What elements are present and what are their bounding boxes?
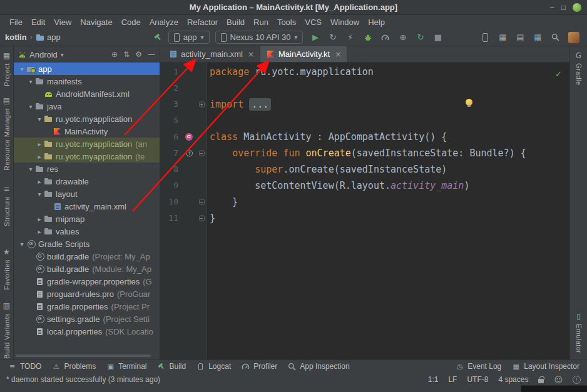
layout-inspector-button[interactable]: ▦ bbox=[533, 33, 543, 42]
fold-minus-icon[interactable]: − bbox=[199, 216, 205, 221]
tree-item-activity-main-xml[interactable]: activity_main.xml bbox=[14, 200, 160, 213]
make-project-button[interactable] bbox=[153, 33, 163, 41]
apply-code-changes-button[interactable]: ⚡ bbox=[345, 33, 355, 42]
close-tab-icon[interactable]: × bbox=[335, 50, 341, 59]
project-horizontal-scrollbar[interactable] bbox=[16, 354, 151, 357]
profile-avatar[interactable] bbox=[568, 32, 579, 43]
status-message[interactable]: * daemon started successfully (3 minutes… bbox=[6, 375, 160, 384]
tree-item-build-gradle-module[interactable]: build.gradle(Module: My_Ap bbox=[14, 263, 160, 275]
tool-window-profiler[interactable]: Profiler bbox=[236, 360, 282, 373]
tool-window-build[interactable]: Build bbox=[152, 360, 191, 373]
code-text[interactable]: class MainActivity : AppCompatActivity()… bbox=[207, 129, 447, 145]
tool-button-gradle[interactable]: GGradle bbox=[575, 51, 583, 85]
menu-edit[interactable]: Edit bbox=[27, 16, 49, 28]
profile-button[interactable] bbox=[380, 34, 390, 41]
menu-analyze[interactable]: Analyze bbox=[145, 16, 183, 28]
caret-position-widget[interactable]: 1:1 bbox=[428, 375, 439, 384]
chevron-down-icon[interactable]: ▾ bbox=[26, 166, 35, 173]
tree-item-gradle-wrapper-properties[interactable]: gradle-wrapper.properties(G bbox=[14, 275, 160, 288]
settings-gear-icon[interactable]: ⚙ bbox=[135, 50, 142, 59]
hide-panel-icon[interactable]: — bbox=[148, 50, 155, 59]
ide-errors-icon[interactable]: ! bbox=[573, 376, 581, 384]
code-text[interactable]: package ru.yotc.myapplication bbox=[207, 64, 374, 80]
code-text[interactable]: override fun onCreate(savedInstanceState… bbox=[207, 145, 526, 161]
chevron-right-icon[interactable]: ▸ bbox=[35, 178, 44, 185]
tool-window-problems[interactable]: ⚠Problems bbox=[46, 360, 101, 373]
breadcrumb-root[interactable]: kotlin bbox=[5, 33, 27, 42]
collapse-all-icon[interactable]: ⇅ bbox=[123, 50, 130, 59]
menu-file[interactable]: File bbox=[5, 16, 27, 28]
tool-button-favorites[interactable]: ★Favorites bbox=[3, 248, 11, 290]
tree-item-java[interactable]: ▾java bbox=[14, 100, 160, 113]
tree-item-build-gradle-project[interactable]: build.gradle(Project: My_Ap bbox=[14, 250, 160, 263]
breadcrumb-module[interactable]: app bbox=[47, 33, 61, 42]
tab-activity-main-xml[interactable]: activity_main.xml× bbox=[163, 46, 260, 62]
tree-item-package-androidtest[interactable]: ▸ru.yotc.myapplication(an bbox=[14, 138, 160, 150]
menu-view[interactable]: View bbox=[49, 16, 76, 28]
window-maximize-button[interactable]: □ bbox=[561, 4, 566, 11]
sdk-manager-button[interactable]: ▦ bbox=[498, 33, 508, 42]
device-file-explorer-button[interactable]: ▤ bbox=[516, 33, 525, 42]
read-only-lock-icon[interactable] bbox=[538, 379, 544, 383]
tool-window-logcat[interactable]: Logcat bbox=[191, 360, 236, 373]
chevron-right-icon[interactable]: ▸ bbox=[35, 216, 44, 223]
tree-item-values[interactable]: ▸values bbox=[14, 225, 160, 238]
search-everywhere-button[interactable] bbox=[551, 33, 560, 41]
encoding-widget[interactable]: UTF-8 bbox=[467, 375, 488, 384]
chevron-down-icon[interactable]: ▾ bbox=[26, 103, 35, 110]
window-close-button[interactable] bbox=[573, 3, 581, 12]
tree-item-gradle-scripts[interactable]: ▾Gradle Scripts bbox=[14, 238, 160, 250]
attach-debugger-button[interactable]: ⊕ bbox=[398, 33, 407, 42]
chevron-right-icon[interactable]: ▸ bbox=[35, 228, 44, 235]
rerun-button[interactable]: ↻ bbox=[416, 33, 425, 42]
chevron-down-icon[interactable]: ▾ bbox=[26, 78, 35, 85]
tool-window-terminal[interactable]: ▣Terminal bbox=[101, 360, 151, 373]
tree-item-layout[interactable]: ▾layout bbox=[14, 188, 160, 200]
tool-button-emulator[interactable]: ▯Emulator bbox=[575, 312, 583, 353]
overriding-method-gutter-icon[interactable]: ↑ bbox=[186, 150, 193, 157]
intention-bulb-icon[interactable] bbox=[466, 99, 472, 106]
chevron-right-icon[interactable]: ▸ bbox=[35, 153, 44, 160]
chevron-down-icon[interactable]: ▾ bbox=[35, 116, 44, 123]
tool-button-structure[interactable]: ≡Structure bbox=[3, 184, 11, 226]
tool-button-resource-manager[interactable]: ▤Resource Manager bbox=[3, 96, 11, 171]
menu-navigate[interactable]: Navigate bbox=[76, 16, 116, 28]
tree-item-drawable[interactable]: ▸drawable bbox=[14, 175, 160, 188]
window-minimize-button[interactable]: – bbox=[550, 4, 554, 11]
code-text[interactable]: super.onCreate(savedInstanceState) bbox=[207, 161, 447, 178]
tree-item-gradle-properties[interactable]: gradle.properties(Project Pr bbox=[14, 300, 160, 313]
tree-item-manifests[interactable]: ▾manifests bbox=[14, 75, 160, 88]
menu-build[interactable]: Build bbox=[222, 16, 249, 28]
tree-item-local-properties[interactable]: local.properties(SDK Locatio bbox=[14, 325, 160, 338]
chevron-down-icon[interactable]: ▾ bbox=[18, 241, 26, 248]
inspection-status-icon[interactable]: ✓ bbox=[555, 66, 562, 83]
tool-window-layout-inspector[interactable]: ▦Layout Inspector bbox=[506, 360, 584, 373]
menu-refactor[interactable]: Refactor bbox=[183, 16, 222, 28]
tool-button-project[interactable]: ▦Project bbox=[3, 51, 11, 86]
menu-help[interactable]: Help bbox=[364, 16, 389, 28]
code-text[interactable]: setContentView(R.layout.activity_main) bbox=[207, 178, 469, 194]
code-text[interactable]: import ... bbox=[207, 96, 271, 113]
tree-item-package-test[interactable]: ▸ru.yotc.myapplication(te bbox=[14, 150, 160, 163]
tree-item-res[interactable]: ▾res bbox=[14, 163, 160, 175]
chevron-down-icon[interactable]: ▾ bbox=[35, 191, 44, 198]
feedback-smiley-icon[interactable]: ☺ bbox=[554, 376, 563, 384]
menu-vcs[interactable]: VCS bbox=[300, 16, 326, 28]
menu-tools[interactable]: Tools bbox=[273, 16, 300, 28]
tree-item-settings-gradle[interactable]: settings.gradle(Project Setti bbox=[14, 313, 160, 325]
tree-item-proguard-rules[interactable]: proguard-rules.pro(ProGuar bbox=[14, 288, 160, 300]
chevron-right-icon[interactable]: ▸ bbox=[35, 141, 44, 148]
editor[interactable]: ✓ 1package ru.yotc.myapplication23+impor… bbox=[160, 63, 569, 359]
debug-button[interactable] bbox=[363, 34, 372, 41]
device-manager-button[interactable] bbox=[481, 33, 490, 42]
code-text[interactable]: } bbox=[207, 194, 238, 210]
locate-file-icon[interactable]: ⊕ bbox=[111, 50, 118, 59]
line-separator-widget[interactable]: LF bbox=[448, 375, 457, 384]
menu-window[interactable]: Window bbox=[326, 16, 364, 28]
menu-run[interactable]: Run bbox=[249, 16, 273, 28]
tool-window-event-log[interactable]: ◷Event Log bbox=[450, 360, 506, 373]
tool-window-app-inspection[interactable]: App Inspection bbox=[282, 360, 354, 373]
tree-item-app[interactable]: ▾app bbox=[14, 63, 160, 75]
fold-minus-icon[interactable]: − bbox=[199, 151, 205, 156]
chevron-down-icon[interactable]: ▾ bbox=[18, 66, 26, 73]
